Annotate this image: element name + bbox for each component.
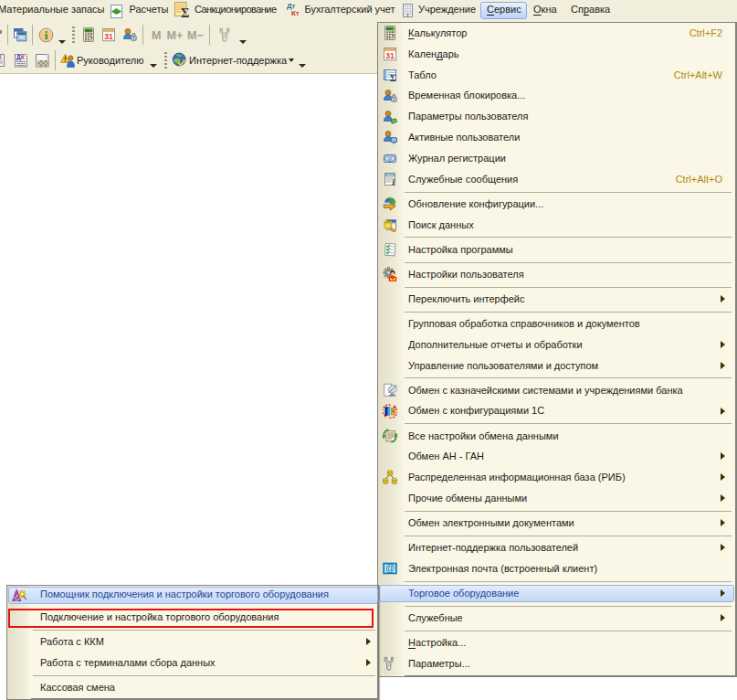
svg-text:Σ: Σ [390, 73, 396, 82]
svg-text:К: К [0, 54, 2, 60]
svg-text:К: К [21, 54, 25, 60]
svg-text:i: i [45, 28, 48, 42]
svg-text:31: 31 [385, 51, 395, 60]
svg-text:Σ: Σ [181, 5, 189, 19]
svg-text:31: 31 [104, 32, 113, 41]
svg-text:@: @ [385, 563, 395, 573]
svg-text:i: i [392, 177, 395, 186]
